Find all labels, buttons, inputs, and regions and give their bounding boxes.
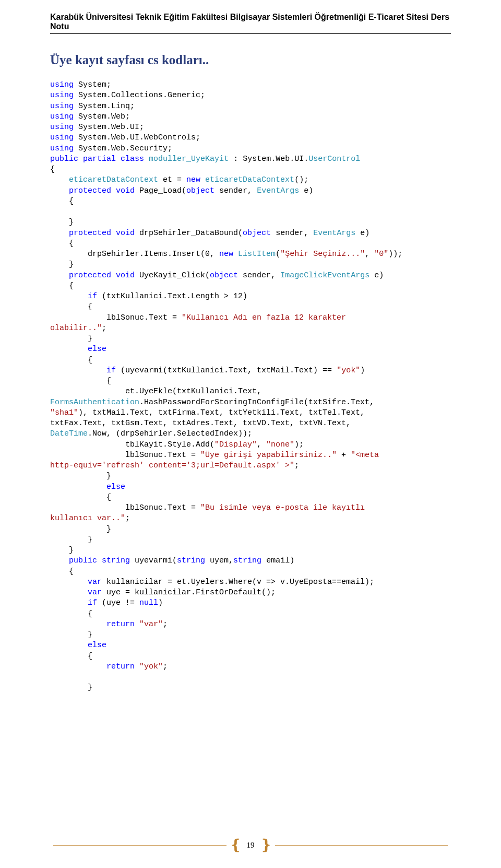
type: moduller_UyeKayit — [149, 155, 229, 163]
type: EventArgs — [313, 229, 355, 238]
txt: ; — [125, 514, 130, 523]
str: "Bu isimle veya e-posta ile kayıtlı — [200, 503, 369, 512]
brace: } — [88, 535, 92, 544]
brace: { — [69, 197, 74, 206]
str: http-equiv='refresh' content='3;url=Defa… — [50, 461, 294, 470]
page-number: 19 — [246, 841, 256, 850]
kw: protected — [69, 186, 111, 195]
ns: System; — [78, 80, 111, 89]
str: "Kullanıcı Adı en fazla 12 karakter — [182, 313, 351, 322]
txt: UyeKayit_Click( — [135, 271, 210, 280]
kw: public — [50, 155, 78, 163]
brace: } — [88, 334, 92, 343]
txt: Page_Load( — [135, 186, 186, 195]
ns: System.Web.UI.WebControls; — [78, 133, 200, 142]
kw: new — [219, 250, 233, 259]
kw: else — [88, 641, 106, 650]
str: "yok" — [139, 662, 163, 671]
type: EventArgs — [257, 186, 299, 195]
kw: null — [139, 599, 158, 607]
ns: System.Linq; — [78, 102, 135, 111]
txt: lblSonuc.Text = — [50, 503, 200, 512]
kw: var — [88, 578, 102, 587]
str: olabilir.." — [50, 324, 102, 333]
txt: : System.Web.UI. — [229, 155, 308, 163]
txt: (); — [294, 175, 308, 184]
txt: et = — [158, 175, 186, 184]
txt: ) — [158, 599, 163, 607]
str: "var" — [139, 620, 163, 629]
str: "<meta — [351, 451, 384, 460]
txt: (uye != — [97, 599, 139, 607]
brace: } — [69, 218, 74, 227]
footer-brace-left-icon: ❴ — [230, 838, 242, 852]
txt: kullanicilar = et.Uyelers.Where(v => v.U… — [102, 578, 374, 587]
txt: uye = kullanicilar.FirstOrDefault(); — [102, 588, 276, 597]
brace: } — [69, 546, 74, 555]
kw: class — [121, 155, 144, 163]
txt: (txtKullanici.Text.Length > 12) — [97, 292, 247, 301]
txt: lblSonuc.Text = — [50, 451, 200, 460]
kw: string — [233, 556, 261, 565]
ns: System.Web.UI; — [78, 123, 144, 132]
footer-brace-right-icon: ❵ — [260, 838, 272, 852]
txt: e) — [369, 271, 384, 280]
txt: txtFax.Text, txtGsm.Text, txtAdres.Text,… — [50, 419, 355, 428]
brace: { — [106, 493, 111, 502]
kw: void — [116, 186, 135, 195]
str: "0" — [374, 250, 388, 259]
type: DateTime — [50, 429, 88, 438]
txt: tblKayit.Style.Add( — [50, 440, 214, 449]
txt: ; — [163, 620, 168, 629]
brace: { — [69, 567, 74, 576]
kw: using — [50, 123, 74, 132]
kw: if — [88, 292, 97, 301]
ns: System.Web.Security; — [78, 144, 172, 153]
kw: else — [106, 483, 125, 491]
txt: sender, — [238, 271, 280, 280]
page-header: Karabük Üniversitesi Teknik Eğitim Fakül… — [50, 13, 451, 34]
txt: uyevarmi( — [130, 556, 177, 565]
kw: return — [106, 662, 135, 671]
txt: drpSehirler_DataBound( — [135, 229, 243, 238]
brace: } — [106, 472, 111, 480]
brace: } — [106, 525, 111, 534]
type: eticaretDataContext — [205, 175, 294, 184]
brace: { — [88, 356, 92, 365]
code-block: using System; using System.Collections.G… — [50, 80, 451, 694]
str: "none" — [266, 440, 294, 449]
kw: string — [102, 556, 130, 565]
txt: lblSonuc.Text = — [50, 313, 182, 322]
brace: } — [88, 683, 92, 692]
txt: ), txtMail.Text, txtFirma.Text, txtYetki… — [78, 408, 369, 417]
txt: sender, — [214, 186, 257, 195]
kw: return — [106, 620, 135, 629]
kw: using — [50, 144, 74, 153]
kw: object — [243, 229, 271, 238]
txt: )); — [388, 250, 402, 259]
type: ListItem — [238, 250, 276, 259]
kw: using — [50, 112, 74, 121]
brace: { — [69, 239, 74, 248]
footer-rule-left — [53, 845, 226, 846]
brace: { — [50, 165, 55, 174]
brace: { — [88, 652, 92, 661]
kw: new — [186, 175, 200, 184]
txt: .Now, (drpSehirler.SelectedIndex)); — [88, 429, 252, 438]
txt: email) — [261, 556, 294, 565]
brace: } — [88, 630, 92, 639]
kw: object — [186, 186, 214, 195]
txt: ; — [294, 461, 299, 470]
str: "Display" — [214, 440, 257, 449]
txt: , — [257, 440, 266, 449]
txt: ); — [294, 440, 304, 449]
footer-rule-right — [275, 845, 448, 846]
str: "yok" — [337, 366, 360, 375]
txt: e) — [299, 186, 313, 195]
type: FormsAuthentication — [50, 398, 139, 407]
type: ImageClickEventArgs — [280, 271, 369, 280]
txt: uyem, — [205, 556, 233, 565]
section-title: Üye kayıt sayfası cs kodları.. — [50, 53, 451, 67]
kw: using — [50, 80, 74, 89]
kw: using — [50, 91, 74, 100]
